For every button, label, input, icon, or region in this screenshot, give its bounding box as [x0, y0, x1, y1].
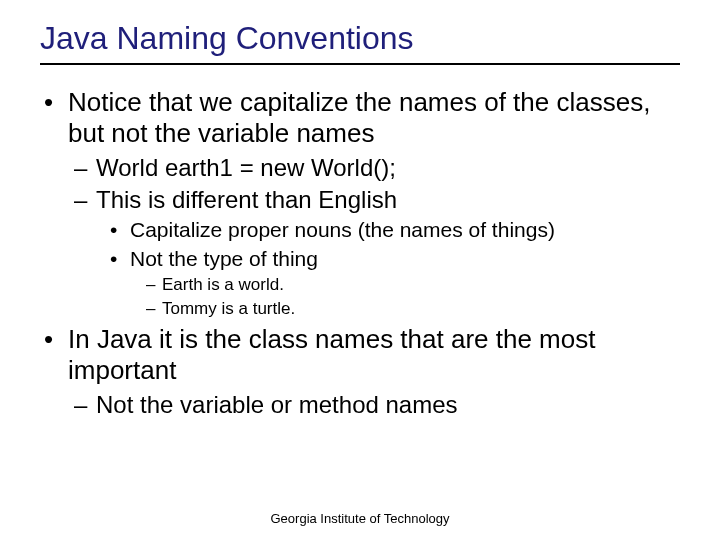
bullet-list: Notice that we capitalize the names of t…: [40, 87, 680, 420]
slide-title: Java Naming Conventions: [40, 20, 680, 65]
bullet-lvl2: This is different than English: [40, 185, 680, 215]
bullet-lvl1: In Java it is the class names that are t…: [40, 324, 680, 386]
bullet-lvl4: Tommy is a turtle.: [40, 298, 680, 320]
footer-text: Georgia Institute of Technology: [0, 511, 720, 526]
bullet-lvl4: Earth is a world.: [40, 274, 680, 296]
slide: Java Naming Conventions Notice that we c…: [0, 0, 720, 540]
bullet-lvl1: Notice that we capitalize the names of t…: [40, 87, 680, 149]
bullet-lvl2: World earth1 = new World();: [40, 153, 680, 183]
bullet-lvl2: Not the variable or method names: [40, 390, 680, 420]
bullet-lvl3: Capitalize proper nouns (the names of th…: [40, 217, 680, 243]
bullet-lvl3: Not the type of thing: [40, 246, 680, 272]
